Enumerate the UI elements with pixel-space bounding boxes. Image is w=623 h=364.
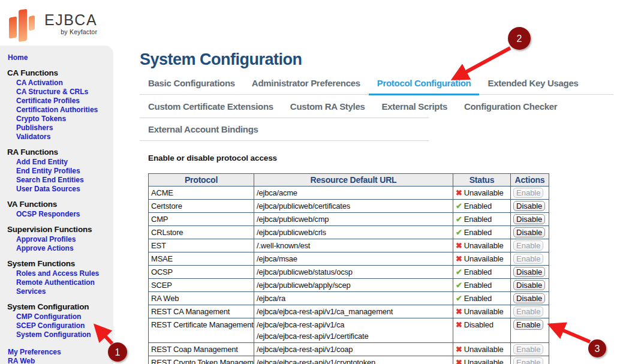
sidebar-item-approve-actions[interactable]: Approve Actions	[16, 244, 113, 253]
status-cell: ✔Enabled	[453, 200, 511, 213]
protocol-row-crlstore: CRLstore/ejbca/publicweb/crls✔EnabledDis…	[149, 226, 549, 239]
actions-cell: Disable	[511, 266, 549, 279]
resource-url: /ejbca/msae	[257, 253, 450, 264]
sidebar-item-user-data-sources[interactable]: User Data Sources	[16, 185, 113, 194]
sidebar-item-cmp-configuration[interactable]: CMP Configuration	[16, 312, 113, 321]
sidebar-item-search-end-entities[interactable]: Search End Entities	[16, 176, 113, 185]
tab-external-account-bindings[interactable]: External Account Bindings	[140, 124, 267, 140]
check-icon: ✔	[456, 294, 462, 303]
sidebar-item-scep-configuration[interactable]: SCEP Configuration	[16, 321, 113, 330]
sidebar-item-ca-activation[interactable]: CA Activation	[16, 79, 113, 88]
sidebar-nav: HomeCA FunctionsCA ActivationCA Structur…	[0, 46, 113, 364]
column-header-actions: Actions	[511, 174, 549, 186]
status-cell: ✖Unavailable	[453, 356, 511, 364]
tab-external-scripts[interactable]: External Scripts	[374, 101, 456, 118]
resource-url-cell: /ejbca/publicweb/crls	[254, 226, 453, 239]
status-text: Enabled	[464, 201, 492, 210]
status-cell: ✔Enabled	[453, 226, 511, 239]
enable-button-msae: Enable	[513, 254, 543, 264]
cross-icon: ✖	[456, 307, 462, 316]
tab-custom-ra-styles[interactable]: Custom RA Styles	[282, 101, 374, 118]
sidebar-item-my-preferences[interactable]: My Preferences	[8, 348, 113, 357]
sidebar-item-ca-structure-crls[interactable]: CA Structure & CRLs	[16, 88, 113, 97]
resource-url: /ejbca/ra	[257, 293, 450, 304]
sidebar-section-system-functions: System Functions	[7, 258, 113, 269]
ejbca-logo: EJBCA by Keyfactor	[7, 4, 109, 43]
status-text: Unavailable	[464, 358, 504, 364]
sidebar-item-certificate-profiles[interactable]: Certificate Profiles	[16, 97, 113, 106]
resource-url-cell: /ejbca/acme	[254, 186, 453, 200]
tab-administrator-preferences[interactable]: Administrator Preferences	[243, 78, 369, 94]
protocol-name-cell: MSAE	[149, 252, 254, 266]
resource-url-cell: /ejbca/publicweb/apply/scep	[254, 279, 453, 292]
protocol-name-cell: SCEP	[149, 279, 254, 292]
sidebar-item-crypto-tokens[interactable]: Crypto Tokens	[16, 115, 113, 124]
annotation-arrow-3	[550, 325, 590, 342]
sidebar-item-ra-web[interactable]: RA Web	[8, 357, 113, 364]
sidebar-item-ocsp-responders[interactable]: OCSP Responders	[16, 210, 113, 219]
status-cell: ✖Unavailable	[453, 305, 511, 318]
ejbca-logo-icon	[7, 5, 41, 42]
sidebar-item-validators[interactable]: Validators	[16, 133, 113, 142]
protocol-row-msae: MSAE/ejbca/msae✖UnavailableEnable	[149, 252, 549, 266]
resource-url: /ejbca/ejbca-rest-api/v1/ca	[257, 319, 450, 330]
sidebar-item-end-entity-profiles[interactable]: End Entity Profiles	[16, 167, 113, 176]
resource-url-cell: /ejbca/ra	[254, 292, 453, 305]
resource-url: /ejbca/ejbca-rest-api/v1/coap	[257, 344, 450, 355]
protocol-name-cell: REST Crypto Token Management	[149, 356, 254, 364]
actions-cell: Enable	[511, 305, 549, 318]
sidebar-item-publishers[interactable]: Publishers	[16, 124, 113, 133]
enable-button-rest-certificate-management[interactable]: Enable	[513, 320, 543, 330]
column-header-resource-default-url: Resource Default URL	[254, 174, 453, 186]
sidebar-section-ca-functions: CA Functions	[7, 68, 113, 78]
actions-cell: Enable	[511, 239, 549, 252]
table-header-row: ProtocolResource Default URLStatusAction…	[149, 174, 549, 186]
tab-custom-certificate-extensions[interactable]: Custom Certificate Extensions	[140, 101, 282, 118]
disable-button-scep[interactable]: Disable	[513, 280, 545, 290]
sidebar-item-remote-authentication[interactable]: Remote Authentication	[16, 278, 113, 287]
protocol-row-ra-web: RA Web/ejbca/ra✔EnabledDisable	[149, 292, 549, 305]
status-text: Enabled	[464, 281, 492, 290]
protocol-row-scep: SCEP/ejbca/publicweb/apply/scep✔EnabledD…	[149, 279, 549, 292]
cross-icon: ✖	[456, 188, 462, 197]
sidebar-item-system-configuration[interactable]: System Configuration	[16, 330, 113, 339]
enable-button-rest-crypto-token-management: Enable	[513, 357, 543, 364]
cross-icon: ✖	[456, 320, 462, 329]
disable-button-crlstore[interactable]: Disable	[513, 227, 545, 237]
sidebar-item-approval-profiles[interactable]: Approval Profiles	[16, 235, 113, 244]
resource-url: /ejbca/publicweb/crls	[257, 227, 450, 238]
resource-url-cell: /ejbca/ejbca-rest-api/v1/ca/ejbca/ejbca-…	[254, 318, 453, 343]
resource-url-cell: /ejbca/publicweb/certificates	[254, 200, 453, 213]
sidebar-item-services[interactable]: Services	[16, 287, 113, 296]
tab-row-1: Basic ConfigurationsAdministrator Prefer…	[140, 74, 613, 95]
status-text: Disabled	[464, 320, 493, 329]
disable-button-cmp[interactable]: Disable	[513, 214, 545, 224]
sidebar-item-home[interactable]: Home	[8, 53, 113, 62]
disable-button-certstore[interactable]: Disable	[513, 201, 545, 211]
resource-url: /ejbca/acme	[257, 187, 450, 198]
check-icon: ✔	[456, 228, 462, 237]
svg-text:3: 3	[595, 344, 600, 354]
protocol-name-cell: REST Certificate Management	[149, 318, 254, 343]
disable-button-ocsp[interactable]: Disable	[513, 267, 545, 277]
resource-url: /ejbca/publicweb/status/ocsp	[257, 266, 450, 278]
page-title: System Configuration	[140, 50, 302, 69]
status-cell: ✔Enabled	[453, 279, 511, 292]
sidebar-section-va-functions: VA Functions	[7, 199, 113, 209]
sidebar-item-roles-and-access-rules[interactable]: Roles and Access Rules	[16, 269, 113, 278]
column-header-protocol: Protocol	[149, 174, 254, 186]
sidebar-item-add-end-entity[interactable]: Add End Entity	[16, 158, 113, 167]
enable-button-rest-ca-management: Enable	[513, 306, 543, 317]
tab-extended-key-usages[interactable]: Extended Key Usages	[479, 78, 586, 94]
status-cell: ✖Disabled	[453, 318, 511, 343]
enable-button-acme: Enable	[513, 188, 543, 198]
status-text: Unavailable	[464, 241, 504, 250]
section-heading: Enable or disable protocol access	[148, 154, 277, 163]
tab-protocol-configuration[interactable]: Protocol Configuration	[369, 78, 480, 94]
disable-button-ra-web[interactable]: Disable	[513, 293, 545, 303]
protocol-name-cell: REST Coap Management	[149, 343, 254, 356]
tab-basic-configurations[interactable]: Basic Configurations	[140, 78, 243, 94]
sidebar-item-certification-authorities[interactable]: Certification Authorities	[16, 106, 113, 115]
cross-icon: ✖	[456, 358, 462, 364]
tab-configuration-checker[interactable]: Configuration Checker	[456, 101, 565, 118]
